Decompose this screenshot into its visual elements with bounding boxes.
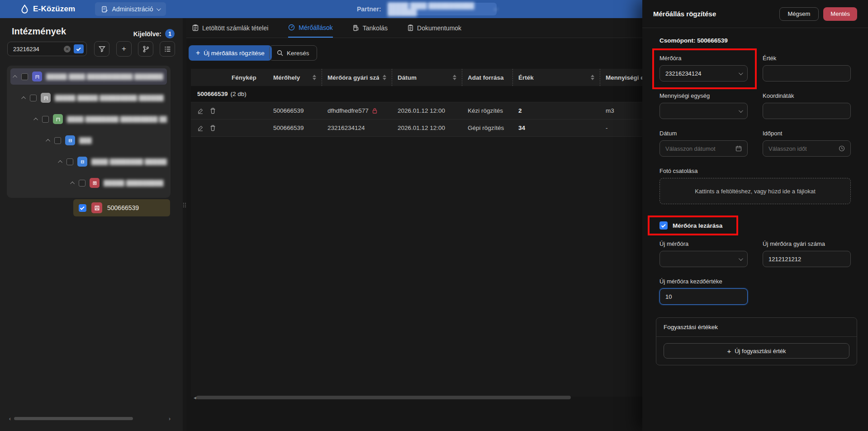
tree-checkbox[interactable] <box>79 180 85 187</box>
sort-icon[interactable] <box>453 75 456 80</box>
tree-checkbox[interactable] <box>66 158 73 165</box>
close-meter-label[interactable]: Mérőóra lezárása <box>673 222 722 229</box>
coordinates-label: Koordináták <box>763 92 851 99</box>
tree-node[interactable]: ███ <box>47 132 167 148</box>
meter-select[interactable]: 23216234124 <box>659 65 748 81</box>
tree-checkbox[interactable] <box>42 116 49 123</box>
tab-letoltott-szamlak[interactable]: Letöltött számlák tételei <box>192 18 268 38</box>
new-serial-field: Új mérőóra gyári száma <box>763 240 851 267</box>
edit-icon[interactable] <box>197 125 204 131</box>
close-meter-checkbox-checked[interactable] <box>659 221 668 230</box>
meter-select-value: 23216234124 <box>665 70 735 77</box>
readings-table: Fénykép Mérőhely Mérőóra gyári száma Dát… <box>191 69 684 397</box>
value-input[interactable] <box>768 70 845 77</box>
site-icon <box>53 114 63 124</box>
sort-icon[interactable] <box>591 75 594 80</box>
collapse-icon[interactable] <box>46 139 50 143</box>
tree-leaf-500666539[interactable]: 500666539 <box>73 199 170 216</box>
selected-count-badge: 1 <box>165 29 175 38</box>
tab-meroallasok[interactable]: Mérőállások <box>288 18 332 38</box>
sort-icon[interactable] <box>313 75 316 80</box>
clear-search-icon[interactable]: ✕ <box>64 46 71 53</box>
drawer-header: Mérőállás rögzítése Mégsem Mentés <box>642 0 868 28</box>
save-button[interactable]: Mentés <box>823 7 857 21</box>
coordinates-input[interactable] <box>768 108 845 115</box>
search-exact-toggle[interactable] <box>74 44 84 53</box>
table-row[interactable]: 500666539 dfhdfhedfre577 2026.01.12 12:0… <box>191 102 684 120</box>
node-line: Csomópont: 500666539 <box>659 37 851 44</box>
nav-adminisztracio[interactable]: Adminisztráció <box>95 2 166 16</box>
value-label: Érték <box>763 55 851 62</box>
filter-button[interactable] <box>94 41 109 57</box>
new-serial-input[interactable] <box>768 256 845 263</box>
collapse-icon[interactable] <box>21 96 26 101</box>
droplet-icon <box>21 5 28 14</box>
tab-tankolas[interactable]: Tankolás <box>353 18 388 38</box>
tree-node-root[interactable]: █████ ████ ███████████ ███████ <box>10 68 167 85</box>
cell-source: Kézi rögzítés <box>462 107 513 114</box>
start-value-input[interactable] <box>665 293 742 300</box>
unit-field: Mennyiségi egység <box>659 92 748 119</box>
leaf-checkbox-checked[interactable] <box>79 204 86 212</box>
tree-node[interactable]: █████ █████ █████████ ██████ <box>23 90 167 106</box>
scroll-left-icon[interactable]: ‹ <box>9 416 11 422</box>
date-picker[interactable]: Válasszon dátumot <box>659 140 748 157</box>
tab-dokumentumok[interactable]: Dokumentumok <box>408 18 461 38</box>
collapse-icon[interactable] <box>70 181 75 186</box>
header-serial[interactable]: Mérőóra gyári száma <box>322 69 392 86</box>
partner-select[interactable]: █████ ████ ███████████ ███████ <box>388 3 497 15</box>
new-meter-select[interactable] <box>659 251 748 267</box>
nav-adminisztracio-label: Adminisztráció <box>112 5 153 13</box>
scrollbar-thumb[interactable] <box>196 396 571 399</box>
check-icon <box>661 223 665 227</box>
tree-checkbox[interactable] <box>21 73 28 80</box>
tree-checkbox[interactable] <box>30 95 37 101</box>
cancel-button[interactable]: Mégsem <box>779 7 819 21</box>
tree-search-input[interactable] <box>13 46 64 53</box>
delete-icon[interactable] <box>210 125 216 131</box>
unit-select[interactable] <box>659 103 748 119</box>
delete-icon[interactable] <box>210 108 216 114</box>
meter-point-icon <box>90 178 100 188</box>
header-place[interactable]: Mérőhely <box>268 69 322 86</box>
scrollbar-thumb[interactable] <box>14 417 133 420</box>
tree-node[interactable]: ████ ████████ ████████ ███ <box>59 153 167 170</box>
new-reading-button[interactable]: + Új mérőállás rögzítése <box>189 45 272 61</box>
chevron-down-icon <box>739 108 743 113</box>
collapse-icon[interactable] <box>33 117 38 122</box>
time-picker[interactable]: Válasszon időt <box>763 140 851 157</box>
start-value-field: Új mérőóra kezdőértéke <box>659 278 748 305</box>
tree-node[interactable]: ████ ████████ █████████ █████ █ <box>35 111 167 127</box>
add-consumption-button[interactable]: + Új fogyasztási érték <box>664 343 849 359</box>
tree-checkbox[interactable] <box>54 137 61 144</box>
edit-icon[interactable] <box>197 108 204 114</box>
search-button[interactable]: Keresés <box>269 45 317 61</box>
collapse-icon[interactable] <box>13 75 17 79</box>
list-view-button[interactable] <box>160 41 175 57</box>
meter-field-annotated: Mérőóra 23216234124 <box>659 55 748 81</box>
date-field: Dátum Válasszon dátumot <box>659 130 748 157</box>
tree-node-label-redacted: ███ <box>79 137 92 144</box>
start-value-label: Új mérőóra kezdőértéke <box>659 278 748 285</box>
scroll-right-icon[interactable]: › <box>169 416 171 422</box>
hierarchy-button[interactable] <box>138 41 153 57</box>
photo-upload-dropzone[interactable]: Kattints a feltöltéshez, vagy húzd ide a… <box>659 178 851 204</box>
new-serial-input-box <box>763 251 851 267</box>
sort-icon[interactable] <box>383 75 386 80</box>
panel-resizer[interactable] <box>183 18 186 431</box>
header-date[interactable]: Dátum <box>392 69 462 86</box>
search-icon <box>277 50 283 56</box>
chevron-down-icon <box>494 6 498 10</box>
plus-icon: + <box>196 49 200 57</box>
add-button[interactable]: + <box>116 41 132 57</box>
institutions-sidebar: Intézmények Kijelölve: 1 ✕ + █████ ████ … <box>0 18 183 431</box>
photo-label: Fotó csatolása <box>659 168 851 174</box>
table-row[interactable]: 500666539 23216234124 2026.01.12 12:00 G… <box>191 120 684 137</box>
header-source: Adat forrása <box>462 69 513 86</box>
tree-node[interactable]: █████ █████████ <box>71 175 167 191</box>
collapse-icon[interactable] <box>58 160 62 164</box>
coordinates-input-box <box>763 103 851 119</box>
header-value[interactable]: Érték <box>513 69 600 86</box>
building-icon <box>32 72 42 81</box>
calendar-icon <box>735 145 742 152</box>
